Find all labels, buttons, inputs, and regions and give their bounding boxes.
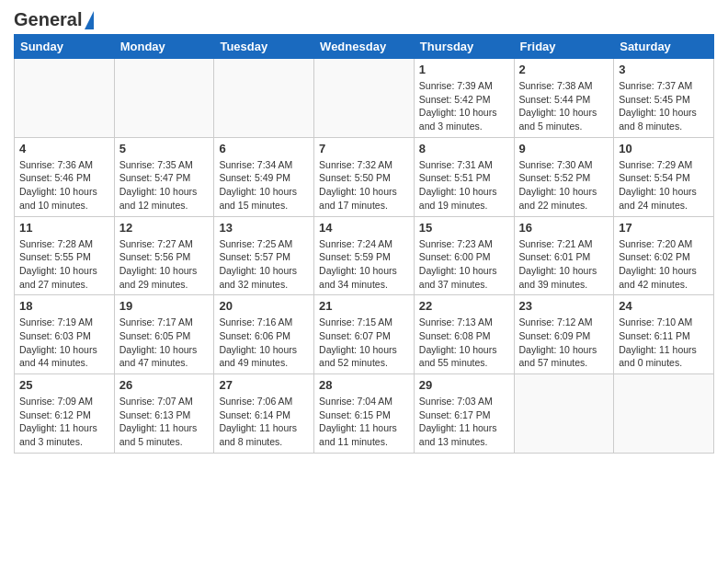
day-number: 9: [519, 142, 609, 155]
day-info: Sunrise: 7:21 AM Sunset: 6:01 PM Dayligh…: [519, 237, 609, 292]
day-number: 3: [619, 63, 709, 76]
week-row-0: 1Sunrise: 7:39 AM Sunset: 5:42 PM Daylig…: [15, 59, 714, 138]
calendar-cell: 10Sunrise: 7:29 AM Sunset: 5:54 PM Dayli…: [614, 137, 714, 216]
weekday-header-thursday: Thursday: [414, 35, 514, 59]
calendar-cell: 28Sunrise: 7:04 AM Sunset: 6:15 PM Dayli…: [314, 374, 415, 454]
calendar-cell: 25Sunrise: 7:09 AM Sunset: 6:12 PM Dayli…: [15, 374, 115, 454]
calendar-cell: 8Sunrise: 7:31 AM Sunset: 5:51 PM Daylig…: [414, 137, 514, 216]
weekday-header-row: SundayMondayTuesdayWednesdayThursdayFrid…: [15, 35, 714, 59]
day-info: Sunrise: 7:31 AM Sunset: 5:51 PM Dayligh…: [419, 158, 509, 213]
calendar-cell: 21Sunrise: 7:15 AM Sunset: 6:07 PM Dayli…: [314, 295, 415, 374]
calendar-cell: 13Sunrise: 7:25 AM Sunset: 5:57 PM Dayli…: [214, 216, 314, 295]
day-info: Sunrise: 7:29 AM Sunset: 5:54 PM Dayligh…: [619, 158, 709, 213]
day-number: 19: [119, 299, 210, 313]
day-info: Sunrise: 7:25 AM Sunset: 5:57 PM Dayligh…: [219, 237, 309, 292]
day-number: 8: [419, 142, 509, 155]
day-number: 1: [419, 63, 509, 76]
day-number: 2: [519, 63, 609, 76]
calendar-cell: 15Sunrise: 7:23 AM Sunset: 6:00 PM Dayli…: [414, 216, 514, 295]
week-row-2: 11Sunrise: 7:28 AM Sunset: 5:55 PM Dayli…: [15, 216, 714, 295]
day-info: Sunrise: 7:20 AM Sunset: 6:02 PM Dayligh…: [619, 237, 709, 292]
calendar-cell: 16Sunrise: 7:21 AM Sunset: 6:01 PM Dayli…: [514, 216, 614, 295]
day-info: Sunrise: 7:24 AM Sunset: 5:59 PM Dayligh…: [319, 237, 409, 292]
calendar-table: SundayMondayTuesdayWednesdayThursdayFrid…: [14, 34, 714, 454]
day-number: 23: [519, 299, 609, 313]
calendar-cell: 2Sunrise: 7:38 AM Sunset: 5:44 PM Daylig…: [514, 59, 614, 138]
calendar-cell: 11Sunrise: 7:28 AM Sunset: 5:55 PM Dayli…: [15, 216, 115, 295]
day-number: 24: [619, 299, 709, 313]
week-row-4: 25Sunrise: 7:09 AM Sunset: 6:12 PM Dayli…: [15, 374, 714, 454]
calendar-cell: [514, 374, 614, 454]
day-info: Sunrise: 7:13 AM Sunset: 6:08 PM Dayligh…: [419, 316, 509, 370]
day-number: 18: [19, 299, 109, 313]
logo-triangle-icon: [85, 11, 94, 29]
calendar-cell: [614, 374, 714, 454]
day-info: Sunrise: 7:36 AM Sunset: 5:46 PM Dayligh…: [19, 158, 109, 213]
day-info: Sunrise: 7:17 AM Sunset: 6:05 PM Dayligh…: [119, 316, 210, 370]
weekday-header-tuesday: Tuesday: [214, 35, 314, 59]
calendar-cell: [314, 59, 415, 138]
calendar-cell: 23Sunrise: 7:12 AM Sunset: 6:09 PM Dayli…: [514, 295, 614, 374]
calendar-cell: 7Sunrise: 7:32 AM Sunset: 5:50 PM Daylig…: [314, 137, 415, 216]
calendar-cell: 9Sunrise: 7:30 AM Sunset: 5:52 PM Daylig…: [514, 137, 614, 216]
day-number: 14: [319, 221, 409, 235]
calendar-cell: 1Sunrise: 7:39 AM Sunset: 5:42 PM Daylig…: [414, 59, 514, 138]
calendar-cell: [214, 59, 314, 138]
weekday-header-friday: Friday: [514, 35, 614, 59]
calendar-cell: 27Sunrise: 7:06 AM Sunset: 6:14 PM Dayli…: [214, 374, 314, 454]
calendar-cell: 6Sunrise: 7:34 AM Sunset: 5:49 PM Daylig…: [214, 137, 314, 216]
day-info: Sunrise: 7:30 AM Sunset: 5:52 PM Dayligh…: [519, 158, 609, 213]
day-number: 16: [519, 221, 609, 235]
logo-text: General: [14, 9, 94, 30]
day-number: 20: [219, 299, 309, 313]
weekday-header-monday: Monday: [114, 35, 214, 59]
day-info: Sunrise: 7:10 AM Sunset: 6:11 PM Dayligh…: [619, 316, 709, 370]
day-info: Sunrise: 7:19 AM Sunset: 6:03 PM Dayligh…: [19, 316, 109, 370]
calendar-cell: 22Sunrise: 7:13 AM Sunset: 6:08 PM Dayli…: [414, 295, 514, 374]
day-info: Sunrise: 7:23 AM Sunset: 6:00 PM Dayligh…: [419, 237, 509, 292]
day-number: 10: [619, 142, 709, 155]
calendar-cell: 17Sunrise: 7:20 AM Sunset: 6:02 PM Dayli…: [614, 216, 714, 295]
day-info: Sunrise: 7:32 AM Sunset: 5:50 PM Dayligh…: [319, 158, 409, 213]
week-row-1: 4Sunrise: 7:36 AM Sunset: 5:46 PM Daylig…: [15, 137, 714, 216]
calendar-cell: 26Sunrise: 7:07 AM Sunset: 6:13 PM Dayli…: [114, 374, 214, 454]
weekday-header-sunday: Sunday: [15, 35, 115, 59]
day-info: Sunrise: 7:15 AM Sunset: 6:07 PM Dayligh…: [319, 316, 409, 370]
day-number: 29: [419, 378, 509, 392]
day-info: Sunrise: 7:39 AM Sunset: 5:42 PM Dayligh…: [419, 79, 509, 133]
day-number: 22: [419, 299, 509, 313]
calendar-cell: 14Sunrise: 7:24 AM Sunset: 5:59 PM Dayli…: [314, 216, 415, 295]
day-number: 27: [219, 378, 309, 392]
day-number: 15: [419, 221, 509, 235]
calendar-cell: 18Sunrise: 7:19 AM Sunset: 6:03 PM Dayli…: [15, 295, 115, 374]
day-info: Sunrise: 7:04 AM Sunset: 6:15 PM Dayligh…: [319, 395, 409, 449]
calendar-cell: 5Sunrise: 7:35 AM Sunset: 5:47 PM Daylig…: [114, 137, 214, 216]
week-row-3: 18Sunrise: 7:19 AM Sunset: 6:03 PM Dayli…: [15, 295, 714, 374]
day-number: 6: [219, 142, 309, 155]
day-info: Sunrise: 7:34 AM Sunset: 5:49 PM Dayligh…: [219, 158, 309, 213]
logo: General: [14, 9, 94, 27]
calendar-cell: [15, 59, 115, 138]
calendar-cell: 3Sunrise: 7:37 AM Sunset: 5:45 PM Daylig…: [614, 59, 714, 138]
day-number: 5: [119, 142, 210, 155]
weekday-header-saturday: Saturday: [614, 35, 714, 59]
logo-general: General: [14, 9, 82, 30]
day-number: 13: [219, 221, 309, 235]
day-info: Sunrise: 7:03 AM Sunset: 6:17 PM Dayligh…: [419, 395, 509, 449]
calendar-cell: 4Sunrise: 7:36 AM Sunset: 5:46 PM Daylig…: [15, 137, 115, 216]
day-number: 7: [319, 142, 409, 155]
day-info: Sunrise: 7:27 AM Sunset: 5:56 PM Dayligh…: [119, 237, 210, 292]
day-info: Sunrise: 7:38 AM Sunset: 5:44 PM Dayligh…: [519, 79, 609, 133]
day-info: Sunrise: 7:35 AM Sunset: 5:47 PM Dayligh…: [119, 158, 210, 213]
day-info: Sunrise: 7:16 AM Sunset: 6:06 PM Dayligh…: [219, 316, 309, 370]
day-number: 28: [319, 378, 409, 392]
day-info: Sunrise: 7:07 AM Sunset: 6:13 PM Dayligh…: [119, 395, 210, 449]
day-number: 25: [19, 378, 109, 392]
weekday-header-wednesday: Wednesday: [314, 35, 415, 59]
day-number: 26: [119, 378, 210, 392]
day-number: 17: [619, 221, 709, 235]
day-info: Sunrise: 7:28 AM Sunset: 5:55 PM Dayligh…: [19, 237, 109, 292]
day-number: 4: [19, 142, 109, 155]
calendar-cell: 24Sunrise: 7:10 AM Sunset: 6:11 PM Dayli…: [614, 295, 714, 374]
day-number: 12: [119, 221, 210, 235]
